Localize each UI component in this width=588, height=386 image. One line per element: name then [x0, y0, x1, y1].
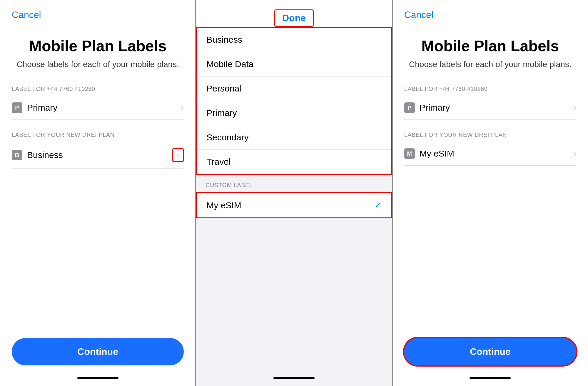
custom-label-title: CUSTOM LABEL	[206, 182, 382, 189]
picker-item-personal-label: Personal	[206, 84, 241, 94]
picker-item-primary[interactable]: Primary	[197, 101, 391, 125]
picker-list: Business Mobile Data Personal Primary Se…	[196, 27, 392, 175]
right-panel: Cancel Mobile Plan Labels Choose labels …	[392, 0, 588, 386]
checkmark-icon: ✓	[374, 200, 382, 210]
left-plan2-chevron: ›	[172, 148, 184, 162]
custom-label-row[interactable]: My eSIM ✓	[196, 192, 392, 218]
right-section1-label: LABEL FOR +44 7760 410260	[404, 86, 576, 92]
right-plan2-icon: M	[404, 148, 415, 159]
left-plan1-label: Primary	[27, 103, 57, 113]
left-nav-bar: Cancel	[0, 0, 196, 25]
picker-item-business[interactable]: Business	[197, 28, 391, 52]
right-page-subtitle: Choose labels for each of your mobile pl…	[404, 60, 576, 69]
left-plan2-icon: B	[12, 150, 22, 160]
left-panel: Cancel Mobile Plan Labels Choose labels …	[0, 0, 196, 386]
picker-item-travel-label: Travel	[206, 157, 230, 167]
right-nav-bar: Cancel	[392, 0, 588, 25]
right-plan2-label: My eSIM	[420, 149, 454, 159]
right-plan1-label: Primary	[420, 103, 450, 113]
right-plan1-chevron: ›	[574, 103, 576, 112]
left-section2-label: LABEL FOR YOUR NEW Drei PLAN	[12, 132, 184, 138]
middle-panel: Done Business Mobile Data Personal Prima…	[196, 0, 392, 386]
right-plan-row-1-left: P Primary	[404, 102, 450, 113]
right-plan1-icon: P	[404, 102, 415, 113]
left-plan2-label: Business	[27, 150, 63, 160]
right-plan2-chevron: ›	[574, 149, 576, 158]
picker-item-secondary[interactable]: Secondary	[197, 125, 391, 150]
picker-item-business-label: Business	[206, 35, 242, 45]
right-plan-row-1[interactable]: P Primary ›	[404, 96, 576, 120]
left-cancel-button[interactable]: Cancel	[12, 9, 41, 20]
right-content: Mobile Plan Labels Choose labels for eac…	[392, 25, 588, 184]
left-continue-button[interactable]: Continue	[12, 338, 184, 365]
right-page-title: Mobile Plan Labels	[404, 37, 576, 55]
picker-item-travel[interactable]: Travel	[197, 150, 391, 174]
right-cancel-button[interactable]: Cancel	[404, 9, 434, 20]
picker-spacer	[196, 218, 392, 377]
picker-item-secondary-label: Secondary	[206, 132, 248, 142]
left-content: Mobile Plan Labels Choose labels for eac…	[0, 25, 196, 184]
right-home-indicator	[470, 377, 511, 379]
left-plan-row-1-left: P Primary	[12, 102, 57, 113]
left-plan1-icon: P	[12, 102, 22, 113]
middle-home-indicator	[273, 377, 315, 379]
picker-item-primary-label: Primary	[206, 108, 237, 118]
left-section1-label: LABEL FOR +44 7760 410260	[12, 86, 184, 92]
custom-label-section: CUSTOM LABEL	[196, 175, 392, 192]
picker-item-mobile-data-label: Mobile Data	[206, 59, 253, 69]
left-plan-row-2[interactable]: B Business ›	[12, 142, 184, 169]
left-plan-row-1[interactable]: P Primary ›	[12, 96, 184, 120]
left-page-subtitle: Choose labels for each of your mobile pl…	[12, 60, 184, 69]
right-section2-label: LABEL FOR YOUR NEW Drei PLAN	[404, 132, 576, 138]
picker-item-mobile-data[interactable]: Mobile Data	[197, 52, 391, 76]
left-plan1-chevron: ›	[181, 103, 184, 112]
done-button[interactable]: Done	[274, 9, 314, 27]
middle-nav: Done	[196, 0, 392, 27]
right-plan-row-2-left: M My eSIM	[404, 148, 454, 159]
custom-label-value: My eSIM	[206, 200, 241, 210]
right-plan-row-2[interactable]: M My eSIM ›	[404, 142, 576, 166]
left-plan-row-2-left: B Business	[12, 150, 63, 160]
right-continue-button[interactable]: Continue	[403, 337, 577, 367]
left-page-title: Mobile Plan Labels	[12, 37, 184, 55]
picker-item-personal[interactable]: Personal	[197, 76, 391, 101]
left-home-indicator	[77, 377, 118, 379]
